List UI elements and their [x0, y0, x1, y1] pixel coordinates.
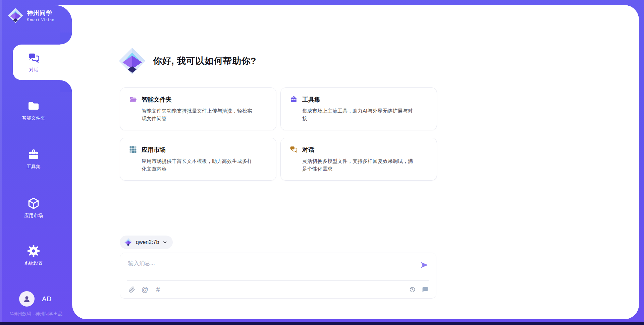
model-selector[interactable]: qwen2:7b [120, 236, 173, 249]
card-title: 智能文件夹 [142, 95, 172, 104]
folder-icon [27, 99, 40, 113]
hashtag-icon: # [156, 286, 160, 293]
composer-divider [127, 280, 429, 281]
quick-phrase-button[interactable] [421, 286, 429, 293]
model-name: qwen2:7b [136, 239, 159, 245]
chat-bubble-icon [422, 286, 429, 293]
card-chat[interactable]: 对话 灵活切换多模型文件，支持多样回复效果调试，满足个性化需求 [280, 138, 437, 181]
feature-cards: 智能文件夹 智能文件夹功能支持批量文件上传与清洗，轻松实现文件问答 工具集 集成… [120, 87, 437, 181]
card-smart-folder[interactable]: 智能文件夹 智能文件夹功能支持批量文件上传与清洗，轻松实现文件问答 [120, 87, 276, 130]
composer: @ # [120, 253, 436, 299]
sidebar-item-label: 工具集 [26, 164, 41, 170]
model-logo-icon [124, 238, 132, 247]
sidebar-item-chat[interactable]: 对话 [13, 45, 75, 80]
bottom-strip [0, 322, 644, 325]
sidebar-item-label: 应用市场 [24, 213, 43, 219]
sidebar-item-app-market[interactable]: 应用市场 [0, 197, 67, 219]
send-button[interactable] [419, 260, 429, 270]
brand-title: 神州问学 [27, 9, 55, 17]
user-chip[interactable]: AD [19, 291, 52, 307]
message-input[interactable] [120, 253, 436, 278]
toolbox-icon [27, 148, 40, 161]
user-name: AD [42, 295, 52, 303]
gear-icon [27, 244, 40, 258]
panel-corner-flare [55, 5, 72, 22]
person-icon [22, 295, 31, 303]
chat-bubbles-icon [289, 145, 298, 154]
folder-open-icon [129, 95, 137, 104]
history-button[interactable] [409, 286, 416, 293]
greeting: 你好, 我可以如何帮助你? [118, 47, 256, 75]
tab-curve-top [60, 32, 72, 45]
page-title: 你好, 我可以如何帮助你? [153, 55, 256, 67]
card-description: 应用市场提供丰富长文本模板，助力高效生成多样化文章内容 [142, 157, 254, 173]
hashtag-button[interactable]: # [154, 286, 162, 293]
brand: 神州问学 Smart Vision [7, 7, 55, 23]
sidebar-item-label: 系统设置 [24, 260, 43, 266]
avatar [19, 291, 35, 307]
brand-subtitle: Smart Vision [27, 18, 55, 22]
cube-icon [27, 197, 40, 210]
sidebar-item-toolset[interactable]: 工具集 [0, 148, 67, 170]
greeting-logo-icon [118, 47, 146, 75]
card-description: 集成市场上主流工具，助力AI与外界无缝扩展与对接 [302, 107, 414, 123]
card-toolset[interactable]: 工具集 集成市场上主流工具，助力AI与外界无缝扩展与对接 [280, 87, 437, 130]
mention-button[interactable]: @ [141, 286, 149, 293]
tab-curve-bottom [60, 80, 72, 92]
sidebar-footer: ©神州数码 · 神州问学出品 [0, 311, 72, 317]
sidebar-item-label: 智能文件夹 [22, 115, 45, 121]
sidebar-item-smart-folder[interactable]: 智能文件夹 [0, 99, 67, 121]
briefcase-icon [289, 95, 298, 104]
chat-icon [28, 52, 40, 65]
attach-button[interactable] [128, 286, 136, 293]
send-icon [420, 260, 429, 270]
card-title: 对话 [302, 146, 314, 154]
card-title: 工具集 [302, 95, 320, 104]
mention-icon: @ [142, 286, 148, 293]
brand-logo-icon [7, 7, 23, 23]
app-background: 神州问学 Smart Vision 对话 智能文件夹 工具集 应用市场 [0, 0, 644, 325]
card-title: 应用市场 [142, 146, 166, 154]
card-app-market[interactable]: 应用市场 应用市场提供丰富长文本模板，助力高效生成多样化文章内容 [120, 138, 276, 181]
sidebar-item-settings[interactable]: 系统设置 [0, 244, 67, 266]
paperclip-icon [128, 286, 136, 293]
history-icon [409, 286, 416, 293]
chevron-down-icon [162, 240, 167, 245]
card-description: 智能文件夹功能支持批量文件上传与清洗，轻松实现文件问答 [142, 107, 254, 123]
grid-icon [129, 145, 137, 154]
card-description: 灵活切换多模型文件，支持多样回复效果调试，满足个性化需求 [302, 157, 414, 173]
sidebar-item-label: 对话 [29, 67, 39, 73]
